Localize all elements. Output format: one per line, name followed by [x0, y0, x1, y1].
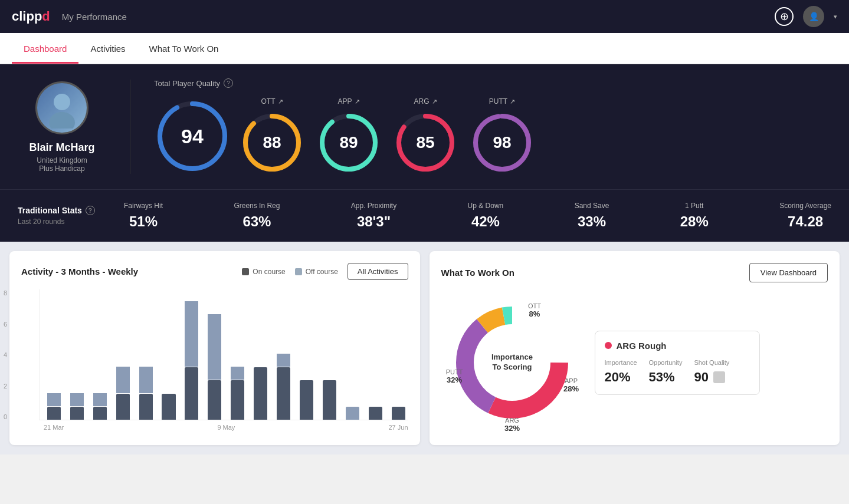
svg-text:28%: 28% [563, 384, 578, 393]
player-handicap: Plus Handicap [39, 164, 84, 173]
svg-text:8%: 8% [529, 309, 540, 318]
svg-text:To Scoring: To Scoring [492, 363, 532, 371]
work-content: Importance To Scoring OTT 8% APP 28% ARG… [441, 292, 828, 433]
work-title: What To Work On [441, 268, 514, 278]
app-circle: APP ↗ 89 [313, 97, 384, 175]
tab-what-to-work-on[interactable]: What To Work On [137, 33, 231, 64]
bar-group [251, 367, 270, 420]
quality-circles: 94 OTT ↗ 88 [154, 97, 831, 175]
activity-title: Activity - 3 Months - Weekly [21, 266, 138, 276]
svg-text:PUTT: PUTT [445, 368, 463, 375]
bar-off-course [277, 354, 290, 367]
tab-activities[interactable]: Activities [78, 33, 137, 64]
traditional-stats: Traditional Stats ? Last 20 rounds Fairw… [0, 189, 849, 242]
svg-point-0 [54, 94, 70, 110]
bar-on-course [208, 380, 221, 420]
stat-scoring: Scoring Average 74.28 [779, 202, 831, 230]
putt-circle: PUTT ↗ 98 [467, 97, 537, 175]
total-quality-value: 94 [181, 125, 204, 148]
stat-greens: Greens In Reg 63% [234, 202, 280, 230]
bar-group [205, 314, 224, 420]
svg-text:OTT: OTT [528, 302, 541, 309]
work-card: What To Work On View Dashboard [430, 251, 840, 445]
bar-group [67, 393, 87, 420]
bar-on-course [392, 407, 405, 420]
add-button[interactable]: ⊕ [775, 7, 794, 26]
shot-quality-badge [713, 371, 725, 383]
svg-point-1 [49, 112, 75, 129]
red-dot-icon [605, 342, 612, 349]
legend-off-course: Off course [295, 268, 338, 276]
bar-chart: 8 6 4 2 0 21 Mar 9 May 27 Jun [21, 289, 408, 431]
all-activities-button[interactable]: All Activities [348, 263, 408, 280]
trad-subtitle: Last 20 rounds [18, 218, 124, 226]
bar-group [366, 407, 385, 420]
bar-off-course [70, 393, 84, 406]
bar-on-course [162, 394, 175, 420]
ott-value: 88 [263, 133, 281, 152]
arg-circle: ARG ↗ 85 [390, 97, 461, 175]
bar-group [297, 380, 316, 420]
player-info: Blair McHarg United Kingdom Plus Handica… [18, 81, 106, 173]
total-quality-circle: 94 [154, 98, 231, 174]
bar-off-course [185, 301, 198, 367]
bar-group [389, 407, 408, 420]
bar-on-course [47, 407, 61, 420]
bar-on-course [139, 394, 153, 420]
trad-title: Traditional Stats ? [18, 206, 124, 215]
bar-off-course [116, 367, 130, 393]
hero-section: Blair McHarg United Kingdom Plus Handica… [0, 64, 849, 189]
view-dashboard-button[interactable]: View Dashboard [749, 263, 828, 282]
trad-help-icon[interactable]: ? [86, 206, 95, 215]
putt-trend-icon: ↗ [510, 98, 515, 106]
bar-off-course [208, 314, 221, 380]
nav-tabs: Dashboard Activities What To Work On [0, 33, 849, 64]
importance-metric: Importance 20% [605, 359, 637, 385]
bar-group [113, 367, 133, 420]
stat-sandsave: Sand Save 33% [575, 202, 609, 230]
ott-circle: OTT ↗ 88 [237, 97, 307, 175]
stat-fairways: Fairways Hit 51% [124, 202, 163, 230]
bar-group [182, 301, 201, 420]
header: clippd My Performance ⊕ 👤 ▾ [0, 0, 849, 33]
bar-group [136, 367, 156, 420]
player-avatar [35, 81, 88, 134]
bar-on-course [369, 407, 382, 420]
activity-card: Activity - 3 Months - Weekly On course O… [9, 251, 420, 445]
chevron-down-icon: ▾ [834, 13, 837, 21]
work-metrics: Importance 20% Opportunity 53% Shot Qual… [605, 359, 750, 385]
player-country: United Kingdom [37, 156, 87, 164]
stat-proximity: App. Proximity 38'3" [351, 202, 396, 230]
ott-label: OTT ↗ [261, 97, 283, 106]
bar-group [320, 380, 339, 420]
logo[interactable]: clippd [12, 9, 50, 24]
header-title: My Performance [62, 12, 127, 22]
quality-section: Total Player Quality ? 94 [154, 78, 831, 175]
bottom-section: Activity - 3 Months - Weekly On course O… [0, 242, 849, 454]
bar-on-course [185, 367, 198, 420]
help-icon[interactable]: ? [224, 78, 233, 88]
chart-legend: On course Off course [242, 268, 338, 276]
work-card-header: What To Work On View Dashboard [441, 263, 828, 282]
avatar[interactable]: 👤 [803, 6, 824, 27]
bar-group [274, 354, 293, 420]
donut-chart: Importance To Scoring OTT 8% APP 28% ARG… [441, 292, 583, 433]
on-course-dot [242, 268, 249, 275]
bar-off-course [231, 367, 244, 380]
header-left: clippd My Performance [12, 9, 127, 24]
bar-chart-inner [39, 289, 408, 420]
logo-text: clippd [12, 9, 50, 24]
trad-label-section: Traditional Stats ? Last 20 rounds [18, 206, 124, 226]
svg-text:Importance: Importance [491, 353, 532, 361]
svg-text:32%: 32% [504, 424, 519, 433]
bar-off-course [47, 393, 61, 406]
svg-text:APP: APP [564, 377, 577, 384]
bar-off-course [139, 367, 153, 393]
work-detail-title: ARG Rough [605, 341, 750, 351]
tab-dashboard[interactable]: Dashboard [12, 33, 78, 64]
bar-on-course [300, 380, 313, 420]
svg-text:ARG: ARG [505, 417, 519, 424]
bar-on-course [277, 367, 290, 420]
player-name: Blair McHarg [29, 141, 94, 154]
quality-label: Total Player Quality ? [154, 78, 831, 88]
